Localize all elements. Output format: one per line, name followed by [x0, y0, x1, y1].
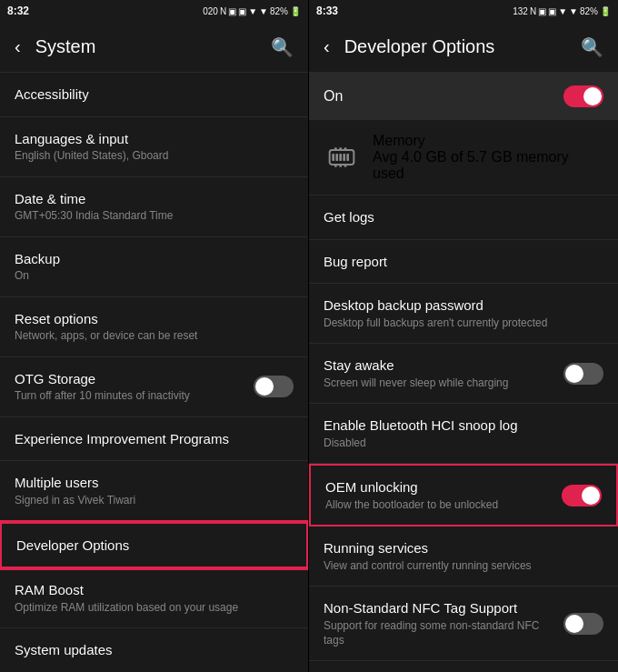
left-search-icon[interactable]: 🔍 [271, 36, 294, 58]
left-settings-item-8[interactable]: Developer Options [0, 522, 308, 569]
right-item-text-7: Non-Standard NFC Tag SupportSupport for … [324, 599, 556, 647]
right-item-sublabel-5: Allow the bootloader to be unlocked [325, 498, 554, 513]
right-screen: 8:33 132 N ▣ ▣ ▼ ▼ 82% 🔋 ‹ Developer Opt… [309, 0, 618, 672]
left-item-label-6: Experience Improvement Programs [15, 430, 294, 448]
left-settings-item-4[interactable]: Reset optionsNetwork, apps, or device ca… [0, 297, 308, 357]
left-item-text-4: Reset optionsNetwork, apps, or device ca… [15, 310, 294, 344]
left-item-text-5: OTG StorageTurn off after 10 minutes of … [15, 370, 246, 404]
right-settings-item-4[interactable]: Enable Bluetooth HCI snoop logDisabled [309, 404, 618, 464]
right-item-sublabel-6: View and control currently running servi… [324, 559, 603, 574]
left-item-label-1: Languages & input [15, 130, 294, 148]
right-item-label-2: Desktop backup password [324, 296, 603, 315]
left-item-label-0: Accessibility [15, 85, 294, 104]
right-toggle-7[interactable] [563, 613, 603, 635]
left-item-text-7: Multiple usersSigned in as Vivek Tiwari [15, 474, 294, 507]
memory-item-text: Memory Avg 4.0 GB of 5.7 GB memory used [373, 133, 603, 182]
right-settings-item-7[interactable]: Non-Standard NFC Tag SupportSupport for … [309, 587, 618, 661]
left-toggle-5[interactable] [254, 376, 294, 397]
dev-options-toggle[interactable] [563, 85, 603, 107]
svg-rect-2 [335, 154, 338, 161]
right-settings-item-3[interactable]: Stay awakeScreen will never sleep while … [309, 344, 618, 404]
right-page-title: Developer Options [344, 36, 581, 57]
left-item-label-3: Backup [15, 250, 294, 268]
left-settings-item-1[interactable]: Languages & inputEnglish (United States)… [0, 117, 308, 177]
right-settings-item-5[interactable]: OEM unlockingAllow the bootloader to be … [309, 464, 618, 527]
memory-sublabel: Avg 4.0 GB of 5.7 GB memory used [373, 149, 603, 182]
right-status-bar: 8:33 132 N ▣ ▣ ▼ ▼ 82% 🔋 [309, 0, 618, 22]
right-time: 8:33 [316, 5, 338, 17]
right-toggle-5[interactable] [562, 485, 602, 507]
left-toggle-knob-5 [255, 377, 274, 396]
right-item-text-3: Stay awakeScreen will never sleep while … [324, 356, 556, 390]
left-item-label-2: Date & time [15, 190, 294, 208]
right-item-label-3: Stay awake [324, 356, 556, 375]
left-item-label-5: OTG Storage [15, 370, 246, 388]
memory-label: Memory [373, 133, 603, 149]
right-toggle-3[interactable] [563, 363, 603, 385]
right-settings-item-6[interactable]: Running servicesView and control current… [309, 527, 618, 587]
svg-rect-8 [344, 147, 347, 150]
svg-rect-4 [343, 154, 345, 161]
right-toggle-knob-5 [582, 486, 600, 505]
svg-rect-10 [339, 165, 342, 167]
left-item-text-0: Accessibility [15, 85, 294, 104]
dev-options-on-row[interactable]: On [309, 73, 618, 120]
right-settings-item-0[interactable]: Get logs [309, 196, 618, 240]
right-item-text-4: Enable Bluetooth HCI snoop logDisabled [324, 416, 603, 450]
left-item-text-3: BackupOn [15, 250, 294, 284]
left-settings-item-7[interactable]: Multiple usersSigned in as Vivek Tiwari [0, 461, 308, 521]
left-item-sublabel-3: On [15, 269, 294, 284]
left-settings-item-10[interactable]: System updates [0, 628, 308, 672]
right-item-text-5: OEM unlockingAllow the bootloader to be … [325, 478, 554, 512]
memory-icon [324, 139, 360, 176]
svg-rect-6 [334, 147, 337, 150]
right-item-text-6: Running servicesView and control current… [324, 539, 603, 573]
left-item-label-9: RAM Boost [15, 581, 294, 599]
svg-rect-3 [339, 154, 342, 161]
right-settings-list: Get logsBug reportDesktop backup passwor… [309, 196, 618, 672]
left-settings-item-0[interactable]: Accessibility [0, 73, 308, 117]
left-time: 8:32 [7, 5, 29, 17]
right-search-icon[interactable]: 🔍 [581, 36, 603, 58]
right-settings-item-2[interactable]: Desktop backup passwordDesktop full back… [309, 284, 618, 344]
left-item-label-10: System updates [15, 641, 294, 659]
left-settings-item-5[interactable]: OTG StorageTurn off after 10 minutes of … [0, 357, 308, 417]
left-item-text-9: RAM BoostOptimize RAM utilization based … [15, 581, 294, 615]
right-item-label-4: Enable Bluetooth HCI snoop log [324, 416, 603, 435]
left-item-text-10: System updates [15, 641, 294, 659]
left-item-text-2: Date & timeGMT+05:30 India Standard Time [15, 190, 294, 224]
left-settings-item-2[interactable]: Date & timeGMT+05:30 India Standard Time [0, 177, 308, 237]
right-settings-item-8[interactable]: WebView implementationAndroid System Web… [309, 661, 618, 672]
right-item-sublabel-4: Disabled [324, 436, 603, 451]
svg-rect-11 [344, 165, 347, 167]
left-item-label-8: Developer Options [16, 537, 292, 555]
svg-rect-7 [339, 147, 342, 150]
right-item-text-2: Desktop backup passwordDesktop full back… [324, 296, 603, 330]
right-item-label-0: Get logs [324, 208, 603, 226]
memory-item[interactable]: Memory Avg 4.0 GB of 5.7 GB memory used [309, 120, 618, 196]
dev-options-toggle-knob [583, 87, 602, 105]
left-settings-list: AccessibilityLanguages & inputEnglish (U… [0, 73, 308, 672]
left-settings-item-9[interactable]: RAM BoostOptimize RAM utilization based … [0, 568, 308, 628]
left-settings-item-3[interactable]: BackupOn [0, 237, 308, 297]
left-item-text-8: Developer Options [16, 537, 292, 555]
left-page-title: System [35, 36, 271, 57]
right-item-text-0: Get logs [324, 208, 603, 226]
right-item-sublabel-2: Desktop full backups aren't currently pr… [324, 316, 603, 331]
right-back-button[interactable]: ‹ [324, 36, 330, 57]
right-item-label-7: Non-Standard NFC Tag Support [324, 599, 556, 617]
right-item-text-1: Bug report [324, 253, 603, 271]
left-status-icons: 020 N ▣ ▣ ▼ ▼ 82% 🔋 [203, 6, 301, 16]
svg-rect-1 [332, 154, 334, 161]
right-settings-item-1[interactable]: Bug report [309, 240, 618, 285]
left-top-bar: ‹ System 🔍 [0, 22, 308, 73]
right-status-icons: 132 N ▣ ▣ ▼ ▼ 82% 🔋 [513, 6, 611, 16]
left-item-sublabel-5: Turn off after 10 minutes of inactivity [15, 389, 246, 404]
right-item-sublabel-7: Support for reading some non-standard NF… [324, 619, 556, 647]
left-item-text-1: Languages & inputEnglish (United States)… [15, 130, 294, 164]
left-back-button[interactable]: ‹ [15, 36, 21, 57]
left-settings-item-6[interactable]: Experience Improvement Programs [0, 417, 308, 462]
right-item-label-5: OEM unlocking [325, 478, 554, 496]
left-item-sublabel-7: Signed in as Vivek Tiwari [15, 494, 294, 508]
right-top-bar: ‹ Developer Options 🔍 [309, 22, 618, 73]
